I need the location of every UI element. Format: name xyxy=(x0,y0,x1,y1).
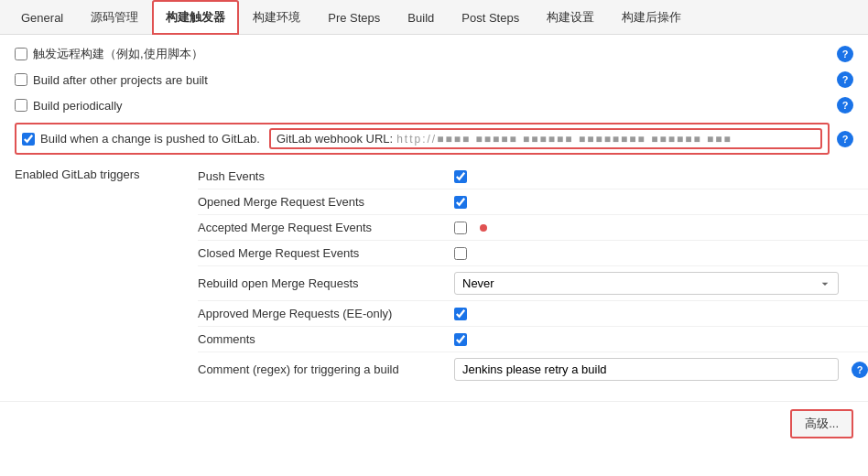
approved-merge-request-checkbox[interactable] xyxy=(454,308,467,320)
tab-source-management[interactable]: 源码管理 xyxy=(77,0,152,35)
closed-merge-request-control xyxy=(454,247,868,260)
accepted-merge-request-label: Accepted Merge Request Events xyxy=(198,221,454,234)
opened-merge-request-control xyxy=(454,196,868,209)
rebuild-open-merge-row: Rebuild open Merge Requests Never On pus… xyxy=(198,266,868,301)
gitlab-trigger-checkbox[interactable] xyxy=(22,133,35,146)
build-after-label: Build after other projects are built xyxy=(33,73,208,87)
push-events-row: Push Events xyxy=(198,164,868,189)
approved-merge-request-control xyxy=(454,308,868,320)
build-after-help-icon[interactable]: ? xyxy=(837,71,853,88)
build-periodically-checkbox[interactable] xyxy=(15,99,27,112)
gitlab-trigger-row: Build when a change is pushed to GitLab.… xyxy=(15,123,830,155)
tab-post-build[interactable]: 构建后操作 xyxy=(608,0,695,35)
comment-regex-row: Comment (regex) for triggering a build ? xyxy=(198,352,868,386)
comment-regex-label: Comment (regex) for triggering a build xyxy=(198,362,454,376)
trigger-remote-help-icon[interactable]: ? xyxy=(837,46,853,62)
approved-merge-request-label: Approved Merge Requests (EE-only) xyxy=(198,307,454,320)
rebuild-open-merge-control: Never On push to source branch On push t… xyxy=(454,272,868,295)
rebuild-open-merge-label: Rebuild open Merge Requests xyxy=(198,276,454,290)
rebuild-open-merge-select[interactable]: Never On push to source branch On push t… xyxy=(454,272,839,295)
build-periodically-row: Build periodically ? xyxy=(15,97,853,114)
build-periodically-help-icon[interactable]: ? xyxy=(837,97,853,114)
push-events-label: Push Events xyxy=(198,169,454,183)
approved-merge-request-row: Approved Merge Requests (EE-only) xyxy=(198,301,868,327)
bottom-bar: 高级... xyxy=(0,401,868,446)
tab-build-trigger[interactable]: 构建触发器 xyxy=(152,0,239,35)
build-periodically-label: Build periodically xyxy=(33,99,123,113)
gitlab-trigger-label: Build when a change is pushed to GitLab. xyxy=(40,132,260,146)
closed-merge-request-checkbox[interactable] xyxy=(454,247,467,260)
triggers-table: Push Events Opened Merge Request Events … xyxy=(198,164,868,386)
closed-merge-request-label: Closed Merge Request Events xyxy=(198,246,454,260)
main-content: 触发远程构建（例如,使用脚本） ? Build after other proj… xyxy=(0,35,868,397)
gitlab-triggers-section: Enabled GitLab triggers Push Events Open… xyxy=(15,164,853,386)
accepted-merge-request-row: Accepted Merge Request Events xyxy=(198,215,868,241)
gitlab-help-icon[interactable]: ? xyxy=(837,131,853,147)
push-events-control xyxy=(454,170,868,183)
opened-merge-request-checkbox[interactable] xyxy=(454,196,467,209)
opened-merge-request-row: Opened Merge Request Events xyxy=(198,189,868,215)
accepted-merge-request-control xyxy=(454,222,868,234)
comments-row: Comments xyxy=(198,327,868,352)
webhook-section: GitLab webhook URL: http://■■■■ ■■■■■ ■■… xyxy=(269,128,822,149)
build-after-row: Build after other projects are built ? xyxy=(15,71,853,88)
enabled-gitlab-triggers-label: Enabled GitLab triggers xyxy=(15,164,198,386)
build-after-checkbox[interactable] xyxy=(15,73,27,86)
webhook-label: GitLab webhook URL: xyxy=(277,132,393,146)
comments-checkbox[interactable] xyxy=(454,333,467,346)
tab-post-steps[interactable]: Post Steps xyxy=(448,0,533,35)
tab-general[interactable]: General xyxy=(7,0,77,35)
accepted-merge-request-indicator xyxy=(480,224,487,232)
trigger-remote-checkbox[interactable] xyxy=(15,48,27,60)
trigger-remote-row: 触发远程构建（例如,使用脚本） ? xyxy=(15,46,853,62)
comments-control xyxy=(454,333,868,346)
comment-regex-help-icon[interactable]: ? xyxy=(852,362,868,378)
comments-label: Comments xyxy=(198,332,454,346)
trigger-remote-label: 触发远程构建（例如,使用脚本） xyxy=(33,46,203,62)
comment-regex-control: ? xyxy=(454,358,868,381)
push-events-checkbox[interactable] xyxy=(454,170,467,183)
tab-build-settings[interactable]: 构建设置 xyxy=(533,0,608,35)
tab-bar: General 源码管理 构建触发器 构建环境 Pre Steps Build … xyxy=(0,0,868,35)
advanced-button[interactable]: 高级... xyxy=(790,409,853,438)
tab-pre-steps[interactable]: Pre Steps xyxy=(314,0,394,35)
webhook-url: http://■■■■ ■■■■■ ■■■■■■ ■■■■■■■■ ■■■■■■… xyxy=(396,133,815,146)
accepted-merge-request-checkbox[interactable] xyxy=(454,222,467,234)
tab-build-env[interactable]: 构建环境 xyxy=(239,0,314,35)
opened-merge-request-label: Opened Merge Request Events xyxy=(198,195,454,209)
comment-regex-input[interactable] xyxy=(454,358,839,381)
closed-merge-request-row: Closed Merge Request Events xyxy=(198,241,868,266)
tab-build[interactable]: Build xyxy=(394,0,448,35)
